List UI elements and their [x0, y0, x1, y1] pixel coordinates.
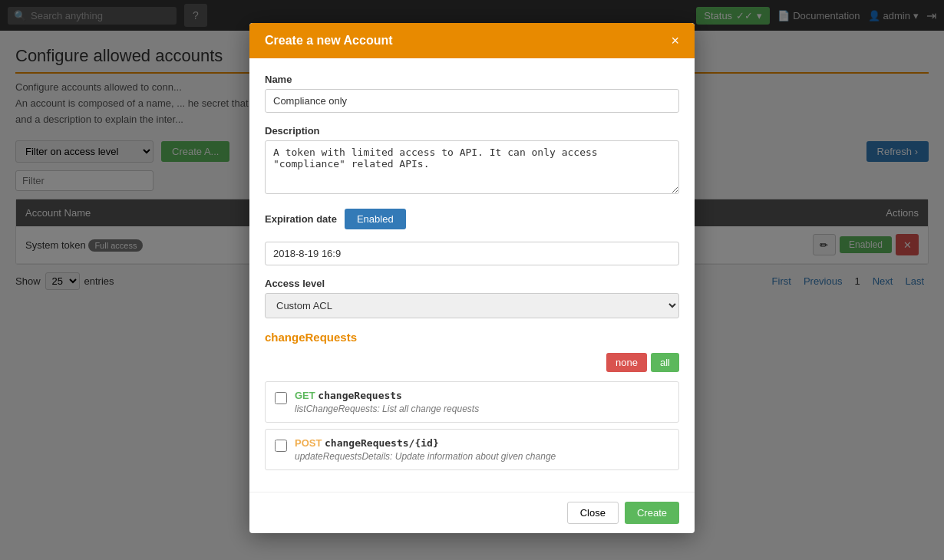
name-form-group: Name	[265, 74, 679, 113]
expiration-row: Expiration date Enabled	[265, 209, 679, 229]
expiration-date-input[interactable]	[265, 242, 679, 265]
modal-close-button[interactable]: ×	[671, 34, 679, 48]
modal-overlay: Create a new Account × Name Description …	[0, 0, 944, 313]
modal-title: Create a new Account	[265, 34, 393, 48]
access-level-form-group: Access level Custom ACL Full access Read…	[265, 278, 679, 313]
expiration-enabled-button[interactable]: Enabled	[345, 209, 406, 229]
modal-header: Create a new Account ×	[249, 23, 695, 58]
create-account-modal: Create a new Account × Name Description …	[249, 23, 695, 313]
expiration-label: Expiration date	[265, 213, 337, 225]
description-form-group: Description A token with limited access …	[265, 125, 679, 196]
access-level-select[interactable]: Custom ACL Full access Read only No acce…	[265, 293, 679, 313]
name-label: Name	[265, 74, 679, 85]
description-textarea[interactable]: A token with limited access to API. It c…	[265, 140, 679, 194]
description-label: Description	[265, 125, 679, 137]
access-level-label: Access level	[265, 278, 679, 289]
modal-body: Name Description A token with limited ac…	[249, 58, 695, 313]
name-input[interactable]	[265, 89, 679, 113]
expiration-date-group	[265, 242, 679, 265]
